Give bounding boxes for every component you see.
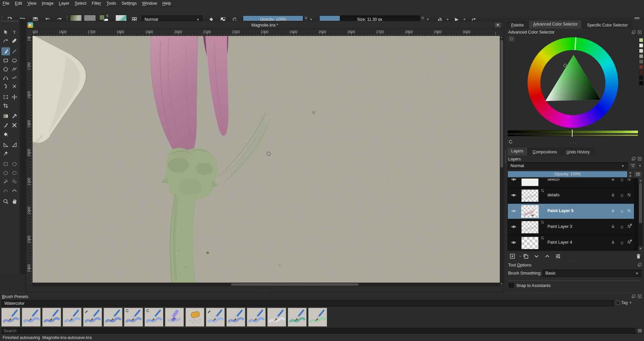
pan-tool[interactable] (10, 197, 19, 205)
close-docker-icon[interactable] (637, 294, 642, 299)
brush-preset-5[interactable] (83, 308, 102, 327)
docker-resize-handle[interactable]: ······ (257, 289, 267, 292)
brush-preset-1[interactable] (1, 308, 20, 327)
layer-alpha-lock-icon[interactable] (627, 224, 633, 231)
recent-color-swatch[interactable] (639, 70, 643, 75)
value-gradient-bar[interactable] (507, 130, 638, 134)
toolbox-drag-handle[interactable] (1, 20, 19, 22)
brush-preset-16[interactable] (308, 308, 327, 327)
tab-layers[interactable]: Layers (507, 147, 528, 155)
menu-help[interactable]: Help (160, 0, 174, 7)
canvas-painting[interactable] (33, 36, 500, 285)
layer-lock-icon[interactable] (610, 208, 617, 215)
menu-filter[interactable]: Filter (89, 0, 104, 7)
document-tab-title[interactable]: Magnolie.kra * (26, 21, 504, 29)
layer-thumbnail[interactable] (521, 178, 539, 186)
layer-lock-icon[interactable] (610, 178, 617, 183)
layer-alpha-lock-icon[interactable] (627, 192, 633, 199)
layer-thumbnail[interactable] (521, 237, 539, 249)
menu-window[interactable]: Window (140, 0, 160, 7)
menu-tools[interactable]: Tools (104, 0, 119, 7)
layer-row-details[interactable]: detailsα (508, 188, 634, 203)
colorize-mask-tool[interactable] (1, 121, 10, 129)
recent-color-swatch[interactable] (639, 65, 643, 69)
tab-advanced-color-selector[interactable]: Advanced Color Selector (529, 20, 582, 29)
layer-thumbnail[interactable] (521, 205, 539, 218)
tag-toolbutton[interactable]: Tag ▼ (616, 300, 632, 305)
edit-shapes-tool[interactable] (1, 37, 10, 45)
shade-gradient-bar[interactable] (507, 134, 638, 136)
layer-lock-icon[interactable] (610, 240, 617, 246)
magnetic-select-tool[interactable] (10, 187, 19, 195)
brush-preset-11[interactable] (206, 308, 225, 327)
brush-preset-7[interactable] (124, 308, 143, 327)
dynamic-brush-tool[interactable] (1, 82, 10, 90)
brush-preset-4[interactable] (63, 308, 82, 327)
color-selector-cursor[interactable] (564, 64, 567, 67)
duplicate-layer-button[interactable] (522, 252, 530, 260)
tab-specific-color-selector[interactable]: Specific Color Selector (583, 21, 632, 29)
brush-preset-15[interactable] (288, 308, 307, 327)
layer-visibility-icon[interactable] (511, 178, 517, 182)
layer-alpha-icon[interactable]: α (619, 208, 625, 215)
rectangle-tool[interactable] (1, 56, 10, 64)
layer-lock-icon[interactable] (610, 192, 617, 199)
brush-smoothing-select[interactable]: Basic▼ (542, 270, 642, 277)
snap-to-assistants-checkbox[interactable] (509, 283, 514, 288)
menu-edit[interactable]: Edit (12, 0, 25, 7)
swap-colors-icon[interactable]: ⇅ (106, 14, 109, 17)
layer-alpha-lock-icon[interactable] (627, 208, 633, 215)
tab-palette[interactable]: Palette (507, 21, 528, 29)
rect-select-tool[interactable] (1, 160, 10, 168)
brush-preset-9[interactable] (165, 308, 184, 327)
float-docker-icon[interactable] (631, 30, 636, 35)
saturation-value-triangle[interactable] (539, 51, 607, 104)
layer-filter-button[interactable] (629, 162, 637, 169)
ellipse-tool[interactable] (10, 56, 19, 64)
foreground-color-chip[interactable] (99, 15, 105, 20)
float-docker-icon[interactable] (631, 294, 636, 299)
close-docker-icon[interactable] (637, 30, 642, 35)
polyline-tool[interactable] (10, 65, 19, 73)
close-docker-icon[interactable] (637, 156, 642, 161)
contiguous-select-tool[interactable] (1, 178, 10, 186)
tab-compositions[interactable]: Compositions (528, 148, 561, 155)
float-docker-icon[interactable] (631, 156, 636, 161)
delete-layer-button[interactable] (634, 252, 642, 260)
menu-layer[interactable]: Layer (56, 0, 72, 7)
brush-preset-3[interactable] (42, 308, 61, 327)
freehand-select-tool[interactable] (10, 169, 19, 177)
select-shapes-tool[interactable] (1, 28, 10, 36)
layer-thumbnail[interactable] (521, 189, 539, 202)
preset-display-settings-button[interactable] (637, 328, 643, 334)
brush-preset-13[interactable] (247, 308, 266, 327)
transform-tool[interactable] (1, 93, 10, 101)
polygon-tool[interactable] (1, 65, 10, 73)
reference-images-tool[interactable] (1, 149, 10, 157)
layer-view-options-button[interactable] (634, 171, 642, 178)
refresh-colors-icon[interactable] (508, 139, 513, 144)
freehand-brush-tool[interactable] (1, 47, 10, 55)
vertical-scroll-thumb[interactable] (500, 40, 503, 167)
recent-color-swatch[interactable] (639, 76, 643, 80)
zoom-tool[interactable] (1, 197, 10, 205)
layer-scroll-thumb[interactable] (639, 183, 642, 223)
hue-ring[interactable] (528, 37, 618, 128)
layer-thumbnail[interactable] (521, 221, 539, 234)
move-layer-up-button[interactable] (543, 252, 551, 260)
measure-tool[interactable] (10, 141, 19, 149)
layer-visibility-icon[interactable] (511, 192, 517, 198)
brush-preset-2[interactable] (22, 308, 41, 327)
docker-resize-handle[interactable]: ······ (570, 259, 580, 262)
similar-select-tool[interactable] (10, 178, 19, 186)
move-tool[interactable] (10, 93, 19, 101)
poly-select-tool[interactable] (1, 169, 10, 177)
recent-color-swatch[interactable] (639, 59, 643, 64)
layer-visibility-icon[interactable] (511, 240, 517, 245)
bezier-select-tool[interactable] (1, 187, 10, 195)
layer-opacity-spinner[interactable]: ▲▼ (628, 171, 632, 178)
brush-preset-8[interactable] (145, 308, 163, 327)
add-layer-button[interactable] (508, 252, 516, 260)
crop-tool[interactable] (1, 102, 10, 110)
smart-patch-tool[interactable] (10, 121, 19, 129)
